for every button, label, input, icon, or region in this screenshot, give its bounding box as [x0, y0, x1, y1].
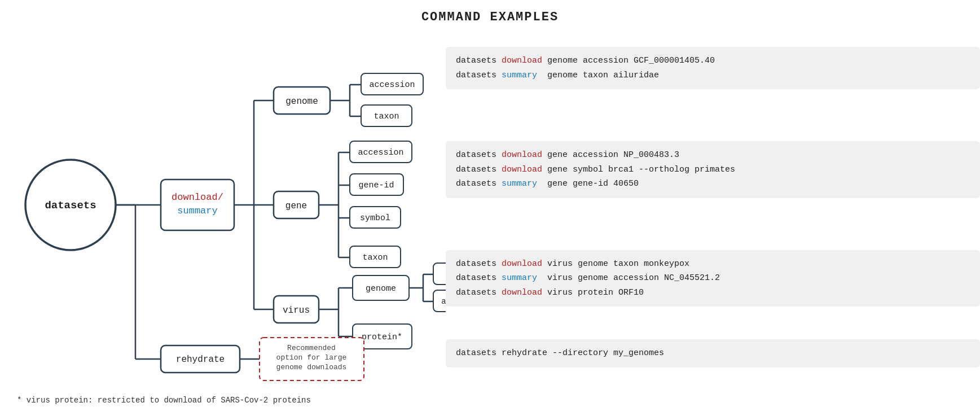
svg-text:taxon: taxon — [373, 112, 399, 121]
virus-cmd-3: datasets download virus protein ORF10 — [456, 286, 970, 300]
svg-text:accession: accession — [441, 297, 446, 306]
virus-cmd-2: datasets summary virus genome accession … — [456, 271, 970, 286]
gene-cmd-1: datasets download gene accession NP_0004… — [456, 148, 970, 163]
svg-text:gene-id: gene-id — [358, 181, 394, 190]
svg-text:accession: accession — [369, 80, 415, 90]
svg-text:virus: virus — [283, 305, 310, 316]
gene-commands: datasets download gene accession NP_0004… — [446, 141, 980, 198]
svg-rect-3 — [161, 180, 234, 230]
rehydrate-commands: datasets rehydrate --directory my_genome… — [446, 339, 980, 368]
footnote: * virus protein: restricted to download … — [17, 396, 980, 405]
svg-rect-47 — [433, 263, 446, 285]
svg-text:gene: gene — [285, 201, 307, 211]
tree-diagram: datasets download/ summary genome access… — [17, 30, 446, 391]
virus-commands: datasets download virus genome taxon mon… — [446, 250, 980, 307]
svg-text:genome downloads: genome downloads — [276, 363, 347, 371]
svg-text:rehydrate: rehydrate — [176, 355, 225, 365]
svg-text:symbol: symbol — [360, 213, 390, 223]
svg-text:protein*: protein* — [362, 333, 402, 342]
svg-text:accession: accession — [358, 148, 403, 158]
svg-text:genome: genome — [285, 97, 318, 107]
svg-text:taxon: taxon — [362, 253, 388, 262]
page-title: COMMAND EXAMPLES — [0, 10, 980, 24]
genome-cmd-1: datasets download genome accession GCF_0… — [456, 54, 970, 68]
commands-section: datasets download genome accession GCF_0… — [446, 41, 980, 374]
gene-cmd-3: datasets summary gene gene-id 40650 — [456, 177, 970, 191]
genome-cmd-2: datasets summary genome taxon ailuridae — [456, 68, 970, 83]
rehydrate-cmd-1: datasets rehydrate --directory my_genome… — [456, 346, 970, 361]
svg-text:option for large: option for large — [276, 353, 347, 362]
svg-text:Recommended: Recommended — [287, 344, 336, 352]
svg-text:download/: download/ — [172, 192, 223, 203]
svg-text:summary: summary — [177, 205, 217, 216]
genome-commands: datasets download genome accession GCF_0… — [446, 47, 980, 89]
virus-cmd-1: datasets download virus genome taxon mon… — [456, 257, 970, 272]
svg-text:datasets: datasets — [45, 199, 96, 212]
svg-text:genome: genome — [366, 284, 396, 294]
gene-cmd-2: datasets download gene symbol brca1 --or… — [456, 163, 970, 177]
